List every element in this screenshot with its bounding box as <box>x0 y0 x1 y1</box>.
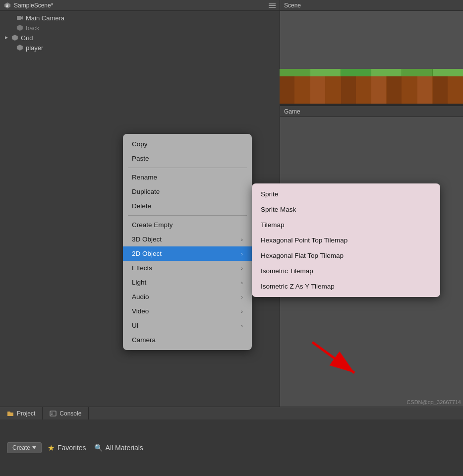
submenu-item-label: Hexagonal Point Top Tilemap <box>261 237 347 244</box>
context-menu-item-rename[interactable]: Rename <box>123 170 252 184</box>
submenu-item-label: Hexagonal Flat Top Tilemap <box>261 252 344 259</box>
submenu-item-sprite[interactable]: Sprite <box>252 186 440 202</box>
hierarchy-controls <box>269 2 276 9</box>
submenu-item-label: Isometric Tilemap <box>261 267 313 275</box>
menu-item-label: Create Empty <box>132 221 173 229</box>
svg-rect-3 <box>269 5 276 6</box>
create-button[interactable]: Create <box>7 442 42 453</box>
favorites-section: ★ Favorites <box>48 443 86 453</box>
menu-separator <box>128 215 247 216</box>
submenu-arrow-icon: › <box>241 294 243 300</box>
watermark-text: CSDN@qq_32667714 <box>406 399 461 405</box>
folder-icon <box>7 410 14 417</box>
tab-label: Console <box>59 410 81 417</box>
submenu-item-isometric[interactable]: Isometric Tilemap <box>252 263 440 279</box>
submenu-item-hex-flat-top[interactable]: Hexagonal Flat Top Tilemap <box>252 248 440 263</box>
submenu-item-tilemap[interactable]: Tilemap <box>252 217 440 233</box>
dropdown-arrow-icon <box>32 446 36 449</box>
svg-rect-5 <box>17 16 21 20</box>
svg-marker-7 <box>17 25 23 31</box>
context-menu-item-video[interactable]: Video › <box>123 304 252 318</box>
submenu-item-hex-point-top[interactable]: Hexagonal Point Top Tilemap <box>252 233 440 248</box>
menu-item-label: Video <box>132 307 149 315</box>
list-item[interactable]: back <box>0 23 280 33</box>
list-item[interactable]: Main Camera <box>0 13 280 23</box>
tab-label: Project <box>17 410 35 417</box>
search-icon: 🔍 <box>94 444 103 452</box>
bottom-content: Create ★ Favorites 🔍 All Materials <box>0 419 463 476</box>
all-materials-label: All Materials <box>106 444 143 452</box>
all-materials-item[interactable]: 🔍 All Materials <box>94 444 143 452</box>
svg-rect-13 <box>50 411 56 416</box>
svg-marker-9 <box>12 35 18 41</box>
context-menu-item-camera[interactable]: Camera <box>123 333 252 347</box>
menu-item-label: Audio <box>132 293 149 300</box>
submenu-arrow-icon: › <box>241 308 243 314</box>
menu-icon[interactable] <box>269 2 276 9</box>
hierarchy-item-label: Grid <box>21 34 33 42</box>
submenu-item-label: Tilemap <box>261 221 285 229</box>
bottom-tab-bar: Project Console <box>0 407 463 419</box>
cube-icon <box>11 34 19 42</box>
context-menu-item-copy[interactable]: Copy <box>123 137 252 151</box>
context-menu-item-effects[interactable]: Effects › <box>123 261 252 275</box>
menu-item-label: 3D Object <box>132 236 162 243</box>
menu-separator <box>128 168 247 168</box>
scene-header: Scene <box>280 0 463 11</box>
menu-item-label: Effects <box>132 264 152 272</box>
submenu-item-label: Sprite Mask <box>261 206 296 213</box>
context-menu-item-2d-object[interactable]: 2D Object › <box>123 246 252 261</box>
cube-icon <box>16 24 24 32</box>
context-menu-item-light[interactable]: Light › <box>123 275 252 290</box>
cube-icon <box>16 44 24 52</box>
menu-item-label: Rename <box>132 174 157 181</box>
favorites-label: Favorites <box>58 444 86 452</box>
context-menu-item-delete[interactable]: Delete <box>123 199 252 213</box>
svg-marker-8 <box>5 36 8 39</box>
context-menu-item-3d-object[interactable]: 3D Object › <box>123 232 252 246</box>
context-menu-item-duplicate[interactable]: Duplicate <box>123 184 252 199</box>
hierarchy-panel-title: SampleScene* <box>14 2 53 9</box>
hierarchy-title: U SampleScene* <box>4 2 53 9</box>
menu-item-label: Camera <box>132 336 156 344</box>
list-item[interactable]: Grid <box>0 33 280 43</box>
scene-tab-label: Scene <box>284 2 301 9</box>
svg-rect-4 <box>269 7 276 8</box>
scene-panel: Scene <box>280 0 463 104</box>
menu-item-label: Copy <box>132 140 148 148</box>
game-tab-label: Game <box>284 108 300 115</box>
menu-item-label: Delete <box>132 202 151 210</box>
context-menu-item-paste[interactable]: Paste <box>123 151 252 166</box>
submenu-arrow-icon: › <box>241 237 243 242</box>
svg-marker-10 <box>17 45 23 51</box>
context-menu-item-ui[interactable]: UI › <box>123 318 252 333</box>
menu-item-label: UI <box>132 322 139 329</box>
submenu-2d-object: Sprite Sprite Mask Tilemap Hexagonal Poi… <box>252 183 440 297</box>
console-icon <box>50 410 57 417</box>
red-arrow-indicator <box>307 337 367 382</box>
tab-project[interactable]: Project <box>0 407 43 420</box>
hierarchy-item-label: player <box>26 44 43 52</box>
svg-marker-6 <box>21 16 23 20</box>
game-header: Game <box>280 106 463 117</box>
menu-item-label: 2D Object <box>132 250 162 257</box>
submenu-arrow-icon: › <box>241 251 243 257</box>
expand-arrow-icon <box>4 35 9 40</box>
menu-item-label: Light <box>132 279 146 286</box>
hierarchy-item-label: back <box>26 24 39 32</box>
star-icon: ★ <box>48 443 55 453</box>
submenu-item-label: Isometric Z As Y Tilemap <box>261 283 335 290</box>
submenu-item-label: Sprite <box>261 190 278 198</box>
submenu-item-sprite-mask[interactable]: Sprite Mask <box>252 202 440 217</box>
camera-icon <box>16 14 24 22</box>
svg-rect-2 <box>269 3 276 4</box>
submenu-item-isometric-z-y[interactable]: Isometric Z As Y Tilemap <box>252 279 440 294</box>
context-menu-item-audio[interactable]: Audio › <box>123 290 252 304</box>
context-menu-item-create-empty[interactable]: Create Empty <box>123 218 252 232</box>
submenu-arrow-icon: › <box>241 323 243 329</box>
submenu-arrow-icon: › <box>241 280 243 286</box>
list-item[interactable]: player <box>0 43 280 53</box>
hierarchy-header: U SampleScene* <box>0 0 280 11</box>
menu-item-label: Paste <box>132 155 149 162</box>
tab-console[interactable]: Console <box>43 407 89 420</box>
